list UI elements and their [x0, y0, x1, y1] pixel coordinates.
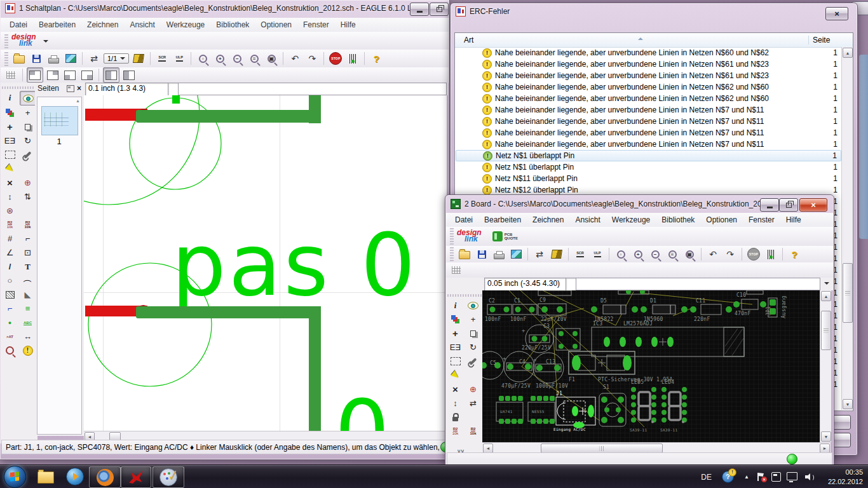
scroll-thumb[interactable]: [843, 263, 853, 323]
menu-item[interactable]: Ansicht: [570, 214, 605, 226]
menu-item[interactable]: Fenster: [743, 214, 780, 226]
help-button[interactable]: ?: [369, 51, 384, 65]
redo-button[interactable]: ↷: [722, 247, 738, 261]
info-tool[interactable]: i: [447, 299, 463, 312]
group-tool[interactable]: [2, 148, 18, 161]
cut-tool[interactable]: [2, 162, 18, 175]
scroll-thumb[interactable]: [821, 311, 831, 350]
minimize-button[interactable]: [410, 3, 429, 16]
ratsnest-button[interactable]: [763, 247, 778, 261]
layers-tool[interactable]: [2, 106, 18, 119]
inout-button[interactable]: ⇄: [532, 247, 547, 261]
smash-tool[interactable]: #: [2, 232, 18, 245]
menu-item[interactable]: Bibliothek: [211, 18, 254, 31]
menu-item[interactable]: Datei: [4, 18, 32, 31]
frame-layout-3-button[interactable]: [62, 68, 78, 82]
mirror-tool[interactable]: EƎ: [447, 341, 463, 354]
dimension-tool[interactable]: ↔: [20, 330, 36, 343]
wire-green-vertical[interactable]: [309, 95, 321, 123]
start-button[interactable]: [3, 466, 27, 487]
frame-layout-4-button[interactable]: [79, 68, 95, 82]
erc-tool[interactable]: [2, 344, 18, 357]
toolbar-grip[interactable]: [450, 228, 454, 245]
menu-item[interactable]: Werkzeuge: [607, 214, 655, 226]
copy-tool[interactable]: [20, 120, 36, 133]
taskbar-mediaplayer-button[interactable]: [62, 466, 88, 487]
column-art[interactable]: Art: [455, 36, 808, 44]
taskbar-eagle-button[interactable]: [121, 466, 151, 488]
split-tool[interactable]: ∠: [2, 246, 18, 259]
zoom-select-button[interactable]: ≡: [665, 247, 680, 261]
open-button[interactable]: [11, 51, 27, 65]
erc-error-row[interactable]: Nahe beieinander liegende, aber unverbun…: [456, 127, 841, 139]
menu-item[interactable]: Bibliothek: [656, 214, 700, 226]
rect-tool[interactable]: [2, 288, 18, 301]
erc-error-row[interactable]: Netz N$11 überlappt Pin 1: [456, 173, 841, 184]
script-button[interactable]: SCR: [573, 247, 588, 261]
cut-tool[interactable]: [447, 369, 463, 382]
frame-layout-1-button[interactable]: [27, 67, 43, 83]
info-tool[interactable]: i: [2, 91, 18, 104]
rotate-tool[interactable]: ↻: [465, 341, 481, 354]
language-indicator[interactable]: DE: [701, 465, 712, 488]
lock-tool[interactable]: [447, 410, 463, 424]
library-button[interactable]: [131, 51, 146, 65]
erc-error-row[interactable]: Nahe beieinander liegende, aber unverbun…: [456, 116, 841, 127]
menu-item[interactable]: Bearbeiten: [34, 18, 81, 31]
move-tool[interactable]: +: [447, 327, 463, 340]
erc-error-row[interactable]: Nahe beieinander liegende, aber unverbun…: [456, 93, 841, 104]
print-button[interactable]: [491, 247, 506, 261]
copy-tool[interactable]: [465, 327, 481, 340]
pages-scroll-up-icon[interactable]: ▲: [76, 98, 80, 103]
command-dropdown-icon[interactable]: [824, 282, 829, 287]
undo-button[interactable]: ↶: [705, 247, 721, 261]
board-vscrollbar[interactable]: ▲ ▼: [820, 290, 831, 442]
pcbquote-logo[interactable]: PCBQUOTE: [492, 231, 518, 241]
frame-split-1-button[interactable]: [103, 67, 119, 83]
board-command-input[interactable]: [576, 278, 820, 290]
scroll-thumb[interactable]: [541, 444, 663, 453]
open-button[interactable]: [457, 247, 472, 261]
erc-error-row[interactable]: Nahe beieinander liegende, aber unverbun…: [456, 70, 841, 81]
mirror-tool[interactable]: EƎ: [2, 134, 18, 147]
board-minimize-button[interactable]: [760, 198, 779, 212]
erc-vscrollbar[interactable]: ▲ ▼: [841, 47, 853, 410]
pinswap-tool[interactable]: ⇅: [20, 190, 36, 203]
add-tool[interactable]: ⊕: [465, 383, 481, 396]
clock[interactable]: 00:35 22.02.2012: [828, 465, 863, 488]
ulp-button[interactable]: ULP: [590, 247, 605, 261]
export-image-button[interactable]: [63, 51, 78, 65]
change-tool[interactable]: [20, 148, 36, 161]
polygon-tool[interactable]: ◣: [20, 288, 36, 301]
save-button[interactable]: [474, 247, 489, 261]
zoom-in-button[interactable]: +: [212, 51, 227, 65]
designlink-logo[interactable]: design link: [457, 230, 482, 242]
action-flag-tray-icon[interactable]: ×: [757, 465, 764, 488]
menu-item[interactable]: Bearbeiten: [479, 214, 526, 226]
zoom-redraw-button[interactable]: ▣: [682, 247, 697, 261]
menu-item[interactable]: Ansicht: [125, 18, 159, 31]
taskbar-explorer-button[interactable]: [33, 466, 58, 487]
toolbar-grip[interactable]: [450, 247, 454, 261]
sheet-selector[interactable]: 1/1: [104, 53, 129, 64]
label-tool[interactable]: ABC: [20, 316, 36, 329]
text-tool[interactable]: T: [20, 260, 36, 273]
close-panel-icon[interactable]: ×: [77, 84, 81, 93]
replace-tool[interactable]: ⇄: [465, 396, 481, 410]
ratsnest-button[interactable]: [345, 51, 360, 65]
tray-expand-icon[interactable]: ▲: [744, 465, 749, 488]
wire-green-horizontal[interactable]: [136, 110, 321, 123]
gateswap-tool[interactable]: ⊛: [2, 204, 18, 217]
export-image-button[interactable]: [508, 247, 524, 261]
circle-tool[interactable]: ○: [2, 274, 18, 287]
page-number[interactable]: 1: [41, 137, 77, 146]
delete-tool[interactable]: ×: [2, 176, 18, 189]
wire-green-horizontal-2[interactable]: [136, 306, 321, 318]
menu-item[interactable]: Hilfe: [781, 214, 806, 226]
net-tool[interactable]: ≡: [20, 302, 36, 315]
board-hscrollbar[interactable]: ◄ ►: [482, 442, 831, 453]
erc-error-row[interactable]: Nahe beieinander liegende, aber unverbun…: [456, 139, 841, 150]
zoom-out-button[interactable]: −: [229, 51, 245, 65]
mark-tool[interactable]: +: [20, 106, 36, 119]
display-tool[interactable]: [20, 91, 37, 105]
